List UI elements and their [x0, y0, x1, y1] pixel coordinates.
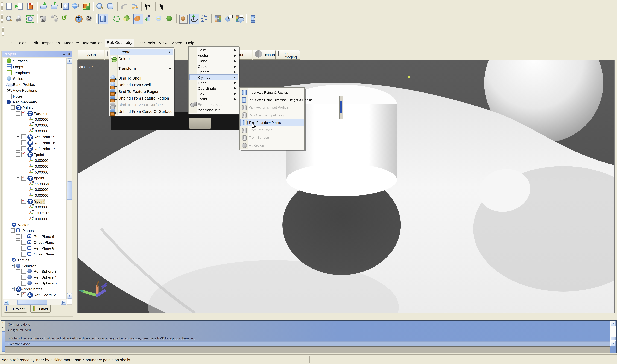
tree-value-X[interactable]: X0.00000 — [3, 157, 66, 163]
green-cylinder-button[interactable] — [123, 14, 132, 24]
dotted-cylinder-button[interactable] — [144, 14, 154, 24]
tree-horizontal-scrollbar[interactable]: ◀ ▶ — [3, 299, 67, 305]
expand-icon[interactable]: + — [16, 240, 20, 244]
collapse-icon[interactable]: − — [11, 228, 15, 233]
toolbar-grip[interactable] — [1, 14, 3, 23]
tree-item-circles[interactable]: Circles — [3, 257, 66, 263]
collapse-icon[interactable]: − — [11, 287, 15, 291]
close-panel-icon[interactable]: x — [67, 52, 71, 56]
magnify-hand-button[interactable] — [15, 14, 25, 24]
expand-icon[interactable]: + — [16, 246, 20, 250]
collapse-icon[interactable]: − — [16, 199, 20, 204]
menu-item-plane[interactable]: Plane▶ — [189, 58, 238, 64]
view-cube-button[interactable] — [39, 14, 49, 24]
menu-item-transform[interactable]: Transform▶ — [110, 65, 173, 72]
checkbox-unchecked[interactable] — [21, 240, 26, 245]
export-folder-button[interactable] — [50, 1, 60, 11]
panel-tab-project[interactable]: Project — [4, 305, 27, 313]
expand-icon[interactable]: + — [16, 146, 20, 151]
capture-image-button[interactable] — [81, 1, 91, 11]
tree-item-zpoint[interactable]: −✓Zpoint — [3, 152, 66, 157]
boxed-sphere-button[interactable] — [179, 14, 188, 24]
menu-item-unbind-from-shell[interactable]: Unbind From Shell — [110, 81, 173, 88]
menu-item-coordinate[interactable]: Coordinate▶ — [189, 86, 238, 91]
smooth-blob-button[interactable] — [154, 14, 164, 24]
menu-item-circle[interactable]: Circle▶ — [189, 64, 238, 69]
expand-icon[interactable]: + — [16, 269, 20, 274]
green-sphere-button[interactable] — [165, 14, 175, 24]
redo-button[interactable] — [130, 1, 140, 11]
menu-item-sphere[interactable]: Sphere▶ — [189, 69, 238, 75]
menu-item-pick-boundary-points[interactable]: →Pick Boundary Points — [240, 119, 304, 126]
collapse-icon[interactable]: − — [16, 176, 20, 180]
tree-item-offset-plane[interactable]: +Offset Plane — [3, 251, 66, 257]
pan-globe-button[interactable]: ✛ — [74, 14, 84, 24]
menu-item-vector[interactable]: Vector▶ — [189, 53, 238, 58]
tree-value-X[interactable]: X15.86048 — [3, 181, 66, 187]
project-panel-titlebar[interactable]: Project ▴ x — [2, 51, 73, 57]
tree-item-coordinates[interactable]: −Coordinates — [3, 286, 66, 292]
checkbox-unchecked[interactable] — [21, 140, 26, 145]
menu-file[interactable]: File — [5, 39, 14, 46]
tree-value-X[interactable]: X0.00000 — [3, 117, 66, 122]
console-scroll-down-icon[interactable]: ▼ — [611, 341, 616, 346]
menu-edit[interactable]: Edit — [30, 39, 40, 46]
tree-item-ref-plane-8[interactable]: +Ref. Plane 8 — [3, 245, 66, 251]
new-file-button[interactable] — [4, 1, 14, 11]
object-info-button[interactable] — [60, 1, 70, 11]
tree-item-templates[interactable]: Templates — [3, 70, 66, 76]
tree-item-planes[interactable]: −Planes — [3, 228, 66, 234]
tree-item-ypoint[interactable]: −✓Ypoint — [3, 198, 66, 204]
tree-item-ref-coord-2[interactable]: +✓Ref. Coord. 2 — [3, 292, 66, 298]
expand-icon[interactable]: + — [16, 234, 20, 239]
scroll-left-icon[interactable]: ◀ — [3, 300, 9, 305]
expand-icon[interactable]: + — [16, 293, 20, 297]
console-input-strip[interactable] — [5, 346, 610, 353]
menu-item-bind-to-shell[interactable]: +Bind To Shell — [110, 75, 173, 81]
colorbar-swap-button[interactable]: → — [214, 14, 223, 24]
tree-item-notes[interactable]: Notes — [3, 93, 66, 99]
reset-view-button[interactable]: ↺ — [60, 14, 70, 24]
tree-value-Y[interactable]: Y0.00000 — [3, 122, 66, 128]
expand-icon[interactable]: + — [16, 275, 20, 279]
menu-item-unbind-from-curve-or-surface[interactable]: Unbind From Curve Or Surface — [110, 108, 173, 115]
scroll-right-icon[interactable]: ▶ — [61, 300, 66, 305]
open-folder-button[interactable] — [39, 1, 49, 11]
collapse-icon[interactable]: − — [11, 264, 15, 268]
save-file-button[interactable] — [26, 1, 35, 11]
menu-item-box[interactable]: Box▶ — [189, 91, 238, 96]
menu-item-cone[interactable]: Cone▶ — [189, 80, 238, 86]
checkbox-unchecked[interactable] — [21, 134, 26, 140]
tree-item-view-positions[interactable]: View Positions — [3, 87, 66, 93]
menu-inspection[interactable]: Inspection — [40, 39, 61, 46]
tree-value-Y[interactable]: Y0.00000 — [3, 187, 66, 193]
checkbox-unchecked[interactable] — [21, 246, 26, 251]
zoom-window-button[interactable] — [26, 14, 35, 24]
panel-tab-layer[interactable]: Layer — [30, 305, 51, 313]
tree-item-points[interactable]: −Points — [3, 105, 66, 111]
orbit-sphere-button[interactable]: ↻ — [85, 14, 94, 24]
tree-value-Z[interactable]: Z0.00000 — [3, 128, 66, 134]
tree-item-solids[interactable]: Solids — [3, 76, 66, 81]
shaded-box-button[interactable] — [98, 14, 108, 24]
menu-measure[interactable]: Measure — [62, 39, 81, 46]
tree-item-ref-sphere-4[interactable]: +Ref. Sphere 4 — [3, 274, 66, 280]
web-browser-button[interactable] — [71, 1, 81, 11]
undo-button[interactable] — [119, 1, 129, 11]
menu-item-input-axis-points-radius[interactable]: IInput Axis Points & Radius — [240, 89, 304, 96]
collapse-icon[interactable]: − — [11, 105, 15, 110]
menu-item-bind-to-feature-region[interactable]: +Bind To Feature Region — [110, 88, 173, 95]
menu-item-delete[interactable]: Delete — [110, 55, 173, 62]
expand-icon[interactable]: + — [16, 135, 20, 139]
checkbox-checked[interactable]: ✓ — [21, 111, 26, 116]
flag-sphere-button[interactable] — [224, 14, 234, 24]
pin-panel-icon[interactable]: ▴ — [62, 52, 66, 56]
import-file-button[interactable] — [15, 1, 25, 11]
tree-scroll-thumb[interactable] — [67, 182, 72, 200]
zoom-object-button[interactable] — [95, 1, 105, 11]
console-scroll-thumb[interactable] — [611, 337, 616, 340]
collapse-icon[interactable]: − — [16, 152, 20, 157]
toolbar-grip[interactable] — [1, 2, 3, 11]
menu-item-unbind-from-feature-region[interactable]: Unbind From Feature Region — [110, 95, 173, 102]
tree-item-ref-plane-6[interactable]: +Ref. Plane 6 — [3, 234, 66, 239]
